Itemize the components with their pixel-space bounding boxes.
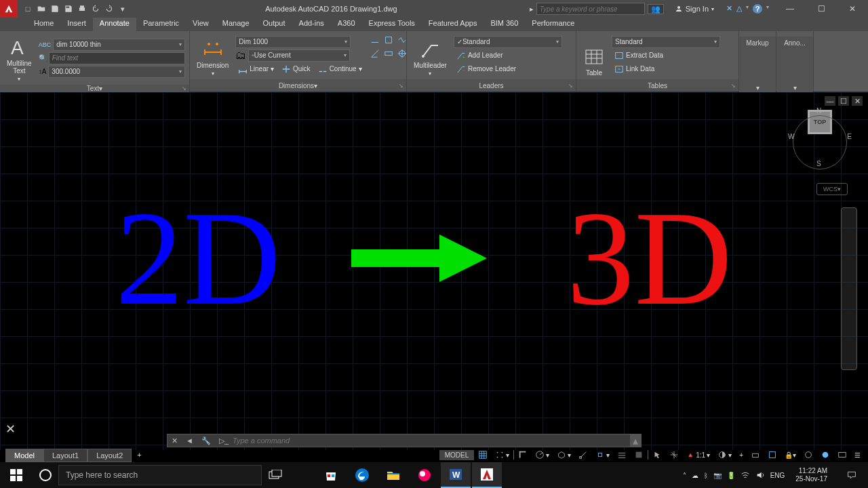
quick-button[interactable]: Quick bbox=[279, 63, 313, 75]
tab-featured[interactable]: Featured Apps bbox=[422, 18, 484, 31]
signin-button[interactable]: Sign In ▾ bbox=[668, 5, 721, 13]
tab-view[interactable]: View bbox=[186, 18, 216, 31]
exchange-icon[interactable]: ✕ bbox=[726, 4, 732, 14]
dim-center-icon[interactable] bbox=[396, 47, 408, 60]
ortho-icon[interactable] bbox=[515, 449, 531, 461]
panel-leaders-label[interactable]: Leaders bbox=[479, 82, 503, 89]
leader-style-dropdown[interactable]: ✓ Standard bbox=[454, 36, 562, 48]
viewcube-s[interactable]: S bbox=[816, 160, 821, 167]
panel-tables-label[interactable]: Tables bbox=[648, 82, 667, 89]
taskbar-search-input[interactable]: Type here to search bbox=[58, 465, 262, 485]
wcs-indicator[interactable]: WCS ▾ bbox=[816, 183, 848, 195]
multileader-button[interactable]: Multileader ▾ bbox=[411, 34, 450, 77]
workspace-icon[interactable]: ▾ bbox=[714, 449, 735, 461]
panel-anno-label[interactable]: Anno... bbox=[784, 39, 806, 81]
taskbar-app4-icon[interactable] bbox=[410, 462, 439, 488]
tab-model[interactable]: Model bbox=[5, 449, 43, 462]
tab-express[interactable]: Express Tools bbox=[362, 18, 422, 31]
dim-jog-icon[interactable] bbox=[396, 34, 408, 46]
extract-data-button[interactable]: Extract Data bbox=[612, 49, 734, 62]
panel-text-label[interactable]: Text bbox=[87, 85, 99, 92]
text-height-dropdown[interactable]: 300.0000 bbox=[48, 66, 185, 78]
tray-clock[interactable]: 11:22 AM 25-Nov-17 bbox=[790, 467, 833, 483]
quickprops-icon[interactable] bbox=[764, 449, 781, 461]
table-style-dropdown[interactable]: Standard bbox=[612, 36, 720, 48]
taskbar-word-icon[interactable]: W bbox=[441, 462, 471, 488]
panel-dimensions-label[interactable]: Dimensions bbox=[279, 82, 314, 89]
open-icon[interactable] bbox=[35, 3, 47, 15]
dim-adjust-icon[interactable] bbox=[382, 34, 395, 46]
customize-icon[interactable]: ☰ bbox=[851, 450, 864, 460]
tray-onedrive-icon[interactable]: ☁ bbox=[692, 472, 698, 479]
isolate-icon[interactable] bbox=[800, 449, 816, 461]
add-leader-button[interactable]: +Add Leader bbox=[454, 49, 572, 62]
tab-a360[interactable]: A360 bbox=[331, 18, 362, 31]
drawing-canvas[interactable]: — ☐ ✕ N TOP W E S WCS ▾ 2D 3D ✕ bbox=[0, 92, 868, 450]
doc-close-button[interactable]: ✕ bbox=[852, 96, 863, 106]
selection-icon[interactable] bbox=[649, 449, 665, 461]
remove-leader-button[interactable]: −Remove Leader bbox=[454, 63, 572, 75]
viewcube[interactable]: N TOP W E S bbox=[789, 108, 850, 136]
tab-annotate[interactable]: Annotate bbox=[93, 18, 136, 31]
cmdline-close-icon[interactable]: ✕ bbox=[167, 436, 182, 445]
grid-toggle-icon[interactable] bbox=[475, 449, 491, 461]
polar-icon[interactable]: ▾ bbox=[532, 449, 553, 461]
tab-manage[interactable]: Manage bbox=[216, 18, 256, 31]
undo-icon[interactable] bbox=[90, 3, 102, 15]
dim-break-icon[interactable] bbox=[369, 34, 381, 46]
action-center-icon[interactable] bbox=[838, 470, 865, 480]
tab-performance[interactable]: Performance bbox=[525, 18, 581, 31]
link-data-button[interactable]: Link Data bbox=[612, 63, 734, 75]
dim-tol-icon[interactable] bbox=[382, 47, 395, 60]
infocenter-arrow-icon[interactable]: ▸ bbox=[530, 5, 534, 14]
maximize-button[interactable]: ☐ bbox=[806, 0, 837, 18]
command-line[interactable]: ✕ ◄ 🔧 ▷_ ▴ bbox=[167, 434, 642, 447]
tab-insert[interactable]: Insert bbox=[60, 18, 93, 31]
a360-icon[interactable]: △ bbox=[736, 4, 742, 14]
3dsnap-icon[interactable]: ▾ bbox=[592, 449, 613, 461]
tray-camera-icon[interactable]: 📷 bbox=[713, 472, 722, 479]
cmdline-expand-icon[interactable]: ▴ bbox=[630, 434, 641, 447]
tray-chevron-icon[interactable]: ˄ bbox=[683, 472, 686, 479]
tray-battery-icon[interactable]: 🔋 bbox=[727, 472, 735, 479]
qat-dropdown-icon[interactable]: ▾ bbox=[117, 3, 129, 15]
lineweight-icon[interactable] bbox=[614, 449, 630, 461]
cleanscreen-icon[interactable] bbox=[834, 449, 850, 461]
tab-output[interactable]: Output bbox=[256, 18, 292, 31]
minimize-button[interactable]: — bbox=[774, 0, 806, 18]
viewcube-w[interactable]: W bbox=[788, 133, 794, 140]
task-view-icon[interactable] bbox=[262, 470, 289, 481]
dimstyle-dropdown[interactable]: Dim 1000 bbox=[235, 36, 351, 48]
saveas-icon[interactable] bbox=[62, 3, 75, 15]
panel-markup-label[interactable]: Markup bbox=[746, 39, 768, 81]
taskbar-explorer-icon[interactable] bbox=[378, 462, 408, 488]
tray-wifi-icon[interactable] bbox=[741, 470, 750, 480]
dim-angle-icon[interactable] bbox=[369, 47, 381, 60]
command-input[interactable] bbox=[233, 436, 630, 445]
redo-icon[interactable] bbox=[103, 3, 115, 15]
osnap-icon[interactable] bbox=[575, 449, 591, 461]
search-go-icon[interactable]: 👥 bbox=[648, 4, 664, 14]
tab-layout1[interactable]: Layout1 bbox=[43, 449, 87, 462]
find-text-input[interactable]: Find text bbox=[49, 52, 185, 64]
doc-maximize-button[interactable]: ☐ bbox=[838, 96, 849, 106]
tab-home[interactable]: Home bbox=[27, 18, 60, 31]
navigation-bar[interactable] bbox=[841, 207, 857, 370]
tray-lang[interactable]: ENG bbox=[770, 472, 785, 479]
new-icon[interactable]: □ bbox=[22, 3, 34, 15]
linear-button[interactable]: Linear ▾ bbox=[235, 63, 277, 75]
multiline-text-button[interactable]: A Multiline Text ▾ bbox=[4, 34, 35, 82]
app-logo[interactable] bbox=[0, 0, 18, 18]
help-icon[interactable]: ? bbox=[753, 4, 762, 14]
dimension-button[interactable]: Dimension ▾ bbox=[194, 34, 231, 77]
annomonitor-icon[interactable]: + bbox=[736, 450, 747, 460]
continue-button[interactable]: Continue ▾ bbox=[315, 63, 365, 75]
viewcube-n[interactable]: N bbox=[816, 107, 821, 115]
tab-bim360[interactable]: BIM 360 bbox=[484, 18, 525, 31]
taskbar-store-icon[interactable] bbox=[316, 462, 346, 488]
units-icon[interactable] bbox=[747, 449, 764, 461]
add-layout-button[interactable]: + bbox=[132, 449, 146, 462]
transparency-icon[interactable] bbox=[631, 449, 647, 461]
print-icon[interactable] bbox=[76, 3, 88, 15]
gizmo-icon[interactable] bbox=[666, 449, 682, 461]
